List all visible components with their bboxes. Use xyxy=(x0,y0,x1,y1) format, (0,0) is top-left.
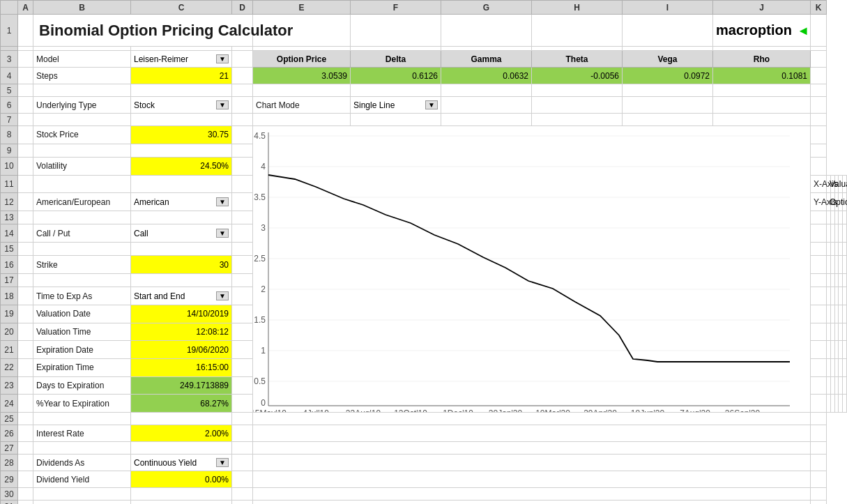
divAs-dropdown[interactable]: Continuous Yield ▼ xyxy=(131,455,232,471)
svg-text:2: 2 xyxy=(261,284,266,294)
row-31: 31 xyxy=(1,501,847,505)
ameur-label: American/European xyxy=(33,193,131,211)
divAs-label: Dividends As xyxy=(33,455,131,471)
delta-header: Delta xyxy=(351,51,441,68)
volatility-label: Volatility xyxy=(33,157,131,175)
underlying-value: Stock xyxy=(134,100,155,110)
yaxis-value: Option Price xyxy=(830,197,847,207)
valtime-label: Valuation Time xyxy=(33,323,131,341)
chart-mode-dropdown-arrow[interactable]: ▼ xyxy=(425,100,438,109)
theta-header: Theta xyxy=(532,51,623,68)
svg-text:3.5: 3.5 xyxy=(254,192,266,202)
rho-header: Rho xyxy=(713,51,811,68)
gamma-header: Gamma xyxy=(441,51,532,68)
spreadsheet: A B C D E F G H I J K 1 Binomial Option … xyxy=(0,0,847,504)
model-dropdown-arrow[interactable]: ▼ xyxy=(216,54,229,63)
row-1: 1 Binomial Option Pricing Calculator mac… xyxy=(1,15,847,47)
divAs-value: Continuous Yield xyxy=(134,458,197,468)
col-e: E xyxy=(253,1,351,15)
callput-label: Call / Put xyxy=(33,224,131,243)
pctexp-label: %Year to Expiration xyxy=(33,395,131,413)
svg-text:1: 1 xyxy=(261,346,266,356)
timeexp-dropdown[interactable]: Start and End ▼ xyxy=(131,287,232,305)
svg-text:15May'19: 15May'19 xyxy=(253,408,287,412)
row-6: 6 Underlying Type Stock ▼ Chart Mode Sin… xyxy=(1,97,847,114)
divAs-dropdown-arrow[interactable]: ▼ xyxy=(216,458,229,467)
row-7: 7 xyxy=(1,114,847,126)
col-j: J xyxy=(713,1,811,15)
row1-a xyxy=(18,15,33,47)
vega-header: Vega xyxy=(623,51,713,68)
valtime-value[interactable]: 12:08:12 xyxy=(131,323,232,341)
corner-cell xyxy=(1,1,18,15)
col-c: C xyxy=(131,1,232,15)
ameur-dropdown[interactable]: American ▼ xyxy=(131,193,232,211)
col-k: K xyxy=(811,1,827,15)
svg-text:2.5: 2.5 xyxy=(254,254,266,264)
svg-text:29Apr'20: 29Apr'20 xyxy=(583,408,617,412)
gamma-value: 0.0632 xyxy=(441,68,532,84)
volatility-value[interactable]: 24.50% xyxy=(131,157,232,175)
row1-h xyxy=(532,15,623,47)
theta-value: -0.0056 xyxy=(532,68,623,84)
model-label: Model xyxy=(33,51,131,68)
price-curve xyxy=(268,175,790,362)
svg-text:0: 0 xyxy=(261,398,266,408)
exptime-label: Expiration Time xyxy=(33,358,131,376)
col-h: H xyxy=(532,1,623,15)
daysexp-value: 249.1713889 xyxy=(131,376,232,395)
brand-icon: ◄ xyxy=(797,24,809,38)
col-f: F xyxy=(351,1,441,15)
callput-dropdown[interactable]: Call ▼ xyxy=(131,224,232,243)
yaxis-label: Y-Axis xyxy=(811,193,827,211)
chart-mode-label: Chart Mode xyxy=(253,97,351,114)
svg-text:4.5: 4.5 xyxy=(254,131,266,141)
row1-k xyxy=(811,15,827,47)
rownum-1: 1 xyxy=(1,15,18,47)
row1-i xyxy=(623,15,713,47)
svg-text:18Jun'20: 18Jun'20 xyxy=(631,408,665,412)
col-b: B xyxy=(33,1,131,15)
svg-text:4Jul'19: 4Jul'19 xyxy=(303,408,329,412)
col-g: G xyxy=(441,1,532,15)
stock-price-value[interactable]: 30.75 xyxy=(131,126,232,144)
valdate-value[interactable]: 14/10/2019 xyxy=(131,305,232,323)
col-i: I xyxy=(623,1,713,15)
steps-value[interactable]: 21 xyxy=(131,68,232,84)
expdate-value[interactable]: 19/06/2020 xyxy=(131,341,232,359)
svg-text:26Sep'20: 26Sep'20 xyxy=(725,408,761,412)
model-dropdown[interactable]: Leisen-Reimer ▼ xyxy=(131,51,232,68)
chart-mode-value: Single Line xyxy=(353,100,395,110)
svg-text:4: 4 xyxy=(261,162,266,171)
option-price-chart: 4.5 4 3.5 3 2.5 2 1.5 1 0.5 0 xyxy=(253,126,797,412)
svg-text:23Aug'19: 23Aug'19 xyxy=(346,408,381,412)
underlying-dropdown[interactable]: Stock ▼ xyxy=(131,97,232,114)
brand-name: macroption xyxy=(716,22,792,38)
rho-value: 0.1081 xyxy=(713,68,811,84)
option-price-value: 3.0539 xyxy=(253,68,351,84)
xaxis-label: X-Axis xyxy=(811,175,827,193)
ir-value[interactable]: 2.00% xyxy=(131,425,232,442)
svg-text:1Dec'19: 1Dec'19 xyxy=(443,408,473,412)
svg-text:20Jan'20: 20Jan'20 xyxy=(489,408,523,412)
svg-text:7Aug'20: 7Aug'20 xyxy=(680,408,710,412)
app-title: Binomial Option Pricing Calculator xyxy=(33,15,253,47)
timeexp-dropdown-arrow[interactable]: ▼ xyxy=(216,291,229,300)
rownum-3: 3 xyxy=(1,51,18,68)
underlying-dropdown-arrow[interactable]: ▼ xyxy=(216,100,229,109)
row-30: 30 xyxy=(1,488,847,501)
svg-text:12Oct'19: 12Oct'19 xyxy=(394,408,427,412)
ameur-dropdown-arrow[interactable]: ▼ xyxy=(216,197,229,206)
daysexp-label: Days to Expiration xyxy=(33,376,131,395)
row-27: 27 xyxy=(1,442,847,455)
strike-value[interactable]: 30 xyxy=(131,256,232,274)
divy-value[interactable]: 0.00% xyxy=(131,471,232,488)
exptime-value[interactable]: 16:15:00 xyxy=(131,358,232,376)
timeexp-label: Time to Exp As xyxy=(33,287,131,305)
callput-dropdown-arrow[interactable]: ▼ xyxy=(216,229,229,238)
chart-mode-dropdown[interactable]: Single Line ▼ xyxy=(351,97,441,114)
xaxis-value: Valuation Date xyxy=(830,179,847,189)
row1-g xyxy=(441,15,532,47)
delta-value: 0.6126 xyxy=(351,68,441,84)
svg-text:1.5: 1.5 xyxy=(254,315,266,325)
